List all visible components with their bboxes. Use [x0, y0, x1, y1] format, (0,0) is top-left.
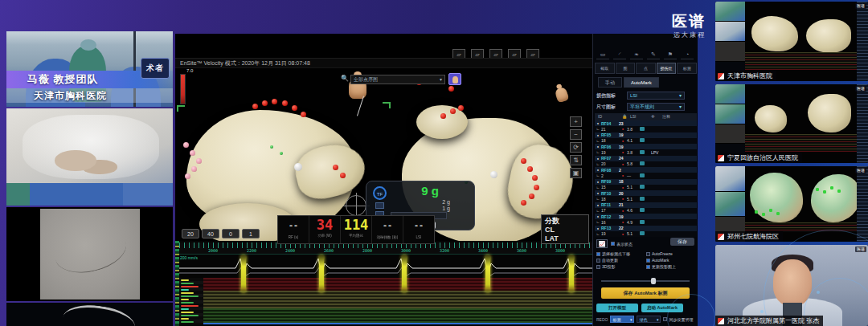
measurement-cell: 114平均阻抗 [341, 216, 372, 243]
lesion-row[interactable]: ∟19●3.8LPV [595, 149, 697, 155]
visibility-icon[interactable] [640, 220, 651, 225]
visibility-icon[interactable] [640, 208, 651, 213]
lesion-row[interactable]: ●RF1322 [595, 226, 697, 231]
map-footer-button[interactable]: 40 [202, 229, 219, 238]
save-small-button[interactable]: 保存 [670, 238, 694, 246]
force-panel-icon[interactable] [375, 202, 384, 209]
map-tool-icon-3[interactable]: ⇅ [570, 155, 582, 165]
torso-view-button[interactable] [448, 73, 461, 85]
setting-checkbox[interactable]: 自动更新 [596, 257, 646, 263]
lesion-lsi-value: 5.1 [627, 185, 640, 189]
panel-tab-1[interactable]: 图 [616, 63, 636, 74]
visibility-icon[interactable] [640, 231, 651, 236]
map-view-select[interactable]: 全部点序图▾ [350, 75, 445, 84]
map-tool-icon-0[interactable]: + [570, 116, 582, 127]
color-select[interactable]: 标测▾ [610, 316, 634, 323]
lesion-row[interactable]: ●RF0519 [595, 132, 697, 138]
panel-icon-0[interactable]: ▭ [596, 50, 609, 59]
map-tool-icon-2[interactable]: ⟳ [570, 142, 582, 153]
slider-handle[interactable] [651, 278, 656, 284]
map-tool-icon-1[interactable]: − [570, 129, 582, 140]
conference-thumbnail-tianjin[interactable]: 医谱 天津市胸科医院 [715, 2, 868, 81]
mode-select[interactable]: 绿色▾ [637, 316, 661, 323]
lesion-row[interactable]: ∟16●4.9 [595, 219, 697, 225]
sweep-marker[interactable] [319, 255, 324, 292]
automark-save-button[interactable]: 保存 AutoMark 标测 [601, 287, 690, 299]
thumbnail-map-preview [745, 84, 868, 163]
sweep-marker[interactable] [241, 255, 246, 292]
lesion-metric-select[interactable]: LSI▾ [627, 92, 685, 100]
visibility-icon[interactable] [640, 161, 651, 166]
panel-icon-1[interactable]: ◜ [613, 50, 626, 59]
visibility-icon[interactable] [640, 197, 651, 202]
lesion-row[interactable]: ●RF0423 [595, 120, 697, 126]
visibility-icon[interactable] [640, 138, 651, 143]
setting-checkbox[interactable]: AutoFreeze [646, 251, 696, 257]
lesion-id: 17 [601, 208, 619, 213]
panel-subtab-0[interactable]: 手动 [598, 77, 622, 88]
panel-tab-4[interactable]: 标测 [677, 63, 697, 74]
lesion-id: RF10 [601, 191, 619, 196]
setting-checkbox[interactable]: 更新投影图上 [646, 263, 696, 270]
chart-icon[interactable]: 📈 [596, 239, 608, 248]
conference-thumbnail-ningxia[interactable]: 医谱 宁夏回族自治区人民医院 [715, 84, 868, 163]
display-state-checkbox[interactable]: 表示状态 [611, 241, 661, 247]
panel-icon-5[interactable]: ◔ [681, 50, 694, 59]
map-footer-button[interactable]: 0 [222, 229, 240, 238]
lesion-row[interactable]: ●RF0724 [595, 156, 697, 161]
setting-checkbox[interactable]: AutoMark [646, 257, 696, 263]
ablation-point [190, 150, 195, 156]
lesion-row[interactable]: ∟15●5.1 [595, 185, 697, 190]
lesion-row[interactable]: ●RF082 [595, 167, 697, 173]
lesion-row[interactable]: ●RF1121 [595, 202, 697, 208]
panel-tab-0[interactable]: 截取 [595, 63, 615, 74]
visibility-icon[interactable] [640, 127, 651, 132]
lesion-id: 15 [601, 185, 619, 189]
panel-icon-4[interactable]: ⚑ [664, 50, 677, 59]
lesion-row[interactable]: ●RF0918 [595, 179, 697, 185]
sweep-marker[interactable] [402, 255, 407, 292]
measurement-cell: --RF (s) [278, 216, 309, 243]
visibility-icon[interactable] [640, 173, 651, 178]
setting-checkbox[interactable]: 3D投影 [596, 263, 646, 270]
lesion-row[interactable]: ∟19●5.1 [595, 231, 697, 237]
map-tool-icon-4[interactable]: ▣ [570, 168, 582, 178]
catheter-tip-point [294, 163, 302, 171]
lesion-row[interactable]: ∟2●— [595, 173, 697, 178]
lesion-row[interactable]: ●RF1219 [595, 214, 697, 219]
circuit-dot [760, 310, 764, 313]
sweep-marker[interactable] [485, 255, 490, 292]
lesion-row[interactable]: ∟18●5.1 [595, 196, 697, 202]
ecg-waveform-area[interactable]: 2000220024002600280030003200340036003800… [175, 241, 592, 326]
lesion-dot-icon: ● [619, 162, 627, 166]
lesion-dot-icon: ● [619, 139, 627, 143]
window-titlebar: EnSite™ Velocity 模式：2020年 12月 31日 08:07:… [175, 58, 592, 68]
map-footer-button[interactable]: 20 [182, 229, 199, 238]
watermark-badge: 医谱 [855, 3, 866, 9]
lesion-row[interactable]: ∟21●3.8 [595, 126, 697, 132]
panel-icon-3[interactable]: ✎ [647, 50, 660, 59]
ablation-point [448, 86, 454, 92]
marker-size-select-row: 尺寸图标 平坦不规则▾ [596, 103, 685, 111]
map-footer-button[interactable]: 1 [242, 229, 260, 238]
checkbox-label: 选择标测点下移 [602, 251, 630, 257]
lesion-row[interactable]: ∟17●4.6 [595, 208, 697, 214]
visibility-icon[interactable] [640, 185, 651, 189]
opacity-slider[interactable] [601, 278, 690, 284]
lesion-row[interactable]: ∟18●4.1 [595, 138, 697, 144]
sweep-marker[interactable] [569, 255, 574, 292]
ruler-number: 3800 [555, 248, 565, 253]
panel-tab-3[interactable]: 损伤灶 [657, 63, 677, 74]
marker-size-select[interactable]: 平坦不规则▾ [627, 103, 685, 111]
panel-subtab-1[interactable]: AutoMark [624, 77, 659, 88]
lesion-row[interactable]: ∟20●5.8 [595, 161, 697, 167]
lesion-row[interactable]: ●RF0619 [595, 144, 697, 149]
torso-orientation-icon-small[interactable] [555, 87, 570, 103]
lesion-lsi-value: 3.8 [627, 150, 640, 155]
lesion-row[interactable]: ●RF1020 [595, 190, 697, 196]
setting-checkbox[interactable]: 选择标测点下移 [596, 251, 646, 257]
visibility-icon[interactable] [640, 150, 651, 155]
panel-icon-2[interactable]: ❧ [630, 50, 643, 59]
open-model-button[interactable]: 打开模型 [596, 304, 638, 312]
panel-tab-2[interactable]: 点 [636, 63, 656, 74]
